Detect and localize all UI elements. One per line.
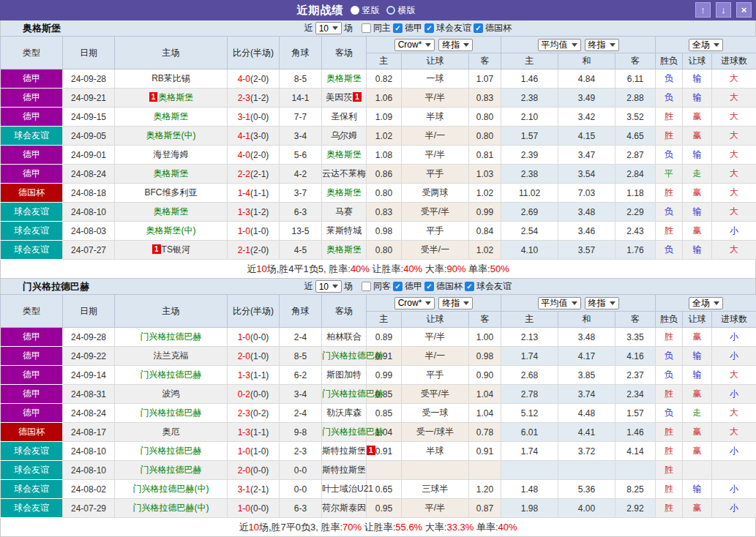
result-outcome: 胜 (656, 328, 683, 347)
chevron-down-icon (425, 301, 431, 305)
team-label: 奥格斯堡 (326, 187, 362, 198)
corner-score: 8-5 (280, 70, 322, 89)
layout-option-horizontal[interactable]: 横版 (386, 4, 416, 17)
dialog-title: 近期战绩 (297, 4, 344, 18)
league-label-0[interactable]: 德甲 (405, 280, 422, 293)
team-label: 云达不莱梅 (322, 168, 366, 179)
corner-score: 13-5 (280, 222, 322, 241)
team-label: 奥格斯堡 (326, 244, 362, 255)
match-date: 24-08-10 (63, 442, 115, 461)
odds-handicap: 半/一 (402, 347, 469, 366)
home-team: 门兴格拉德巴赫 (115, 442, 228, 461)
radio-selected-icon[interactable] (351, 6, 359, 15)
score: 4-0(2-0) (228, 146, 280, 165)
result-handicap: 输 (683, 203, 712, 222)
move-down-button[interactable]: ↓ (716, 2, 731, 18)
same-venue-label[interactable]: 同主 (373, 22, 391, 34)
same-venue-label[interactable]: 同客 (373, 280, 391, 293)
average-select[interactable]: 平均值 (538, 297, 581, 309)
red-card-badge: 1 (353, 92, 362, 102)
column-subheader: 和 (558, 312, 615, 328)
league-checkbox-1[interactable]: ✓ (424, 282, 434, 291)
league-checkbox-0[interactable]: ✓ (393, 282, 403, 291)
home-team: 1奥格斯堡 (115, 89, 228, 108)
corner-score: 2-3 (280, 442, 322, 461)
avg-home: 5.12 (501, 404, 558, 423)
league-checkbox-0[interactable]: ✓ (393, 23, 403, 33)
league-label-1[interactable]: 德国杯 (436, 280, 463, 293)
filter-controls: 近10场同客✓德甲✓德国杯✓球会友谊 (304, 279, 512, 294)
corner-score: 14-1 (280, 89, 322, 108)
matches-table: 类型日期主场比分(半场)角球客场Crow*终指平均值终指全场主让球客主和客胜负让… (0, 36, 756, 260)
same-venue-checkbox[interactable] (362, 23, 371, 33)
team-label: 乌尔姆 (331, 130, 357, 140)
section-filter-bar: 门兴格拉德巴赫 近10场同客✓德甲✓德国杯✓球会友谊 (0, 279, 756, 294)
column-header: 客场 (322, 295, 367, 328)
scope-select[interactable]: 全场 (689, 39, 723, 51)
odds-handicap: 一球 (402, 70, 469, 89)
home-team: 奥格斯堡(中) (115, 127, 228, 146)
team-label: 门兴格拉德巴赫 (322, 427, 383, 437)
corner-score: 7-7 (280, 108, 322, 127)
odds-home: 0.80 (367, 184, 402, 203)
layout-option-vertical[interactable]: 竖版 (351, 4, 380, 17)
team-label: 门兴格拉德巴赫 (141, 465, 202, 475)
odds-handicap: 平手 (402, 165, 469, 184)
average-stage-select[interactable]: 终指 (585, 297, 619, 309)
league-label-2[interactable]: 球会友谊 (476, 280, 512, 293)
team-label: 门兴格拉德巴赫 (141, 446, 202, 456)
radio-label-horizontal[interactable]: 横版 (398, 4, 416, 17)
radio-label-vertical[interactable]: 竖版 (362, 4, 380, 17)
result-goals: 大 (712, 404, 756, 423)
match-date: 24-08-10 (63, 461, 115, 480)
match-type-badge: 德甲 (1, 366, 63, 385)
close-button[interactable]: × (736, 2, 752, 18)
team-label: 圣保利 (331, 111, 357, 121)
result-goals: 小 (712, 480, 756, 499)
odds-stage-select[interactable]: 终指 (438, 39, 473, 51)
league-checkbox-2[interactable]: ✓ (465, 282, 474, 291)
same-venue-checkbox[interactable] (362, 282, 371, 291)
odds-home: 0.80 (367, 241, 402, 260)
avg-away: 2.92 (615, 499, 656, 518)
league-label-0[interactable]: 德甲 (405, 22, 422, 34)
recent-count-select[interactable]: 10 (315, 280, 342, 293)
matches-table: 类型日期主场比分(半场)角球客场Crow*终指平均值终指全场主让球客主和客胜负让… (0, 294, 756, 518)
match-row: 德国杯24-08-18BFC维多利亚1-4(1-1)3-7奥格斯堡0.80受两球… (1, 184, 756, 203)
result-outcome: 胜 (656, 222, 683, 241)
match-row: 德甲24-09-28门兴格拉德巴赫1-0(0-0)2-4柏林联合0.89平/半1… (1, 328, 756, 347)
column-subheader: 主 (367, 53, 402, 70)
league-label-2[interactable]: 德国杯 (485, 22, 512, 34)
league-checkbox-2[interactable]: ✓ (474, 23, 483, 33)
team-label: 门兴格拉德巴赫 (141, 331, 202, 342)
away-team: 奥格斯堡 (322, 146, 367, 165)
team-section-gladbach: 门兴格拉德巴赫 近10场同客✓德甲✓德国杯✓球会友谊 类型日期主场比分(半场)角… (0, 279, 756, 537)
home-team: 奥格斯堡(中) (115, 222, 228, 241)
match-date: 24-09-22 (63, 347, 115, 366)
scope-select[interactable]: 全场 (689, 297, 723, 309)
chevron-down-icon (572, 301, 577, 305)
league-label-1[interactable]: 球会友谊 (436, 22, 471, 34)
odds-away: 0.98 (469, 347, 501, 366)
match-date: 24-07-27 (63, 241, 115, 260)
recent-count-select[interactable]: 10 (315, 22, 342, 34)
away-team: 圣保利 (322, 108, 367, 127)
odds-company-select[interactable]: Crow* (394, 297, 435, 309)
column-subheader: 让球 (683, 53, 712, 70)
radio-unselected-icon[interactable] (386, 6, 395, 15)
avg-draw: 4.84 (558, 70, 615, 89)
odds-stage-select[interactable]: 终指 (438, 297, 473, 309)
match-row: 德国杯24-08-17奥厄1-3(1-1)9-8门兴格拉德巴赫1.04受一/球半… (1, 423, 756, 442)
average-stage-select[interactable]: 终指 (585, 39, 619, 51)
home-team: BFC维多利亚 (115, 184, 228, 203)
average-select[interactable]: 平均值 (538, 39, 581, 51)
corner-score: 4-5 (280, 241, 322, 260)
league-checkbox-1[interactable]: ✓ (424, 23, 434, 33)
result-outcome: 胜 (656, 423, 683, 442)
odds-away: 1.02 (469, 184, 501, 203)
odds-company-select[interactable]: Crow* (394, 39, 435, 51)
team-name: 门兴格拉德巴赫 (23, 280, 89, 293)
column-header: 客场 (322, 37, 367, 70)
column-subheader: 让球 (402, 53, 469, 70)
move-up-button[interactable]: ↑ (695, 2, 711, 18)
